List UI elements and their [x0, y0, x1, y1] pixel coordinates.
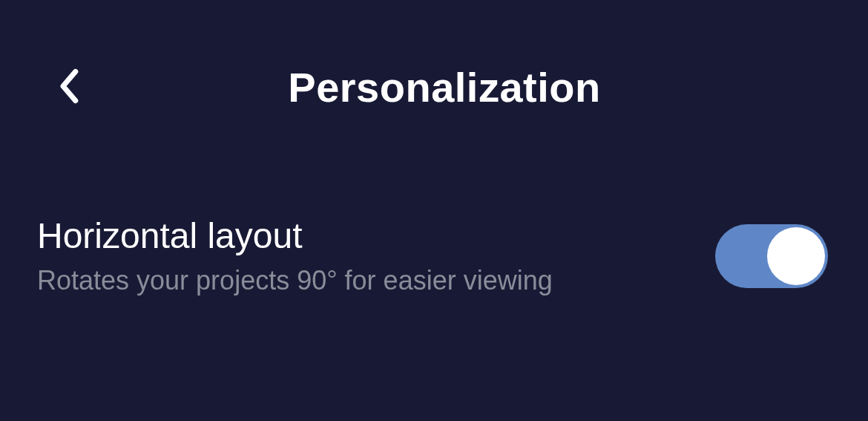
- toggle-knob: [767, 227, 825, 285]
- setting-title: Horizontal layout: [37, 215, 715, 256]
- setting-text-block: Horizontal layout Rotates your projects …: [37, 215, 715, 296]
- chevron-left-icon: [58, 68, 79, 104]
- setting-horizontal-layout: Horizontal layout Rotates your projects …: [37, 215, 831, 296]
- page-title: Personalization: [58, 63, 831, 111]
- horizontal-layout-toggle[interactable]: [715, 224, 828, 288]
- settings-list: Horizontal layout Rotates your projects …: [0, 215, 868, 296]
- setting-description: Rotates your projects 90° for easier vie…: [37, 265, 715, 296]
- back-button[interactable]: [58, 68, 79, 104]
- page-header: Personalization: [0, 0, 868, 111]
